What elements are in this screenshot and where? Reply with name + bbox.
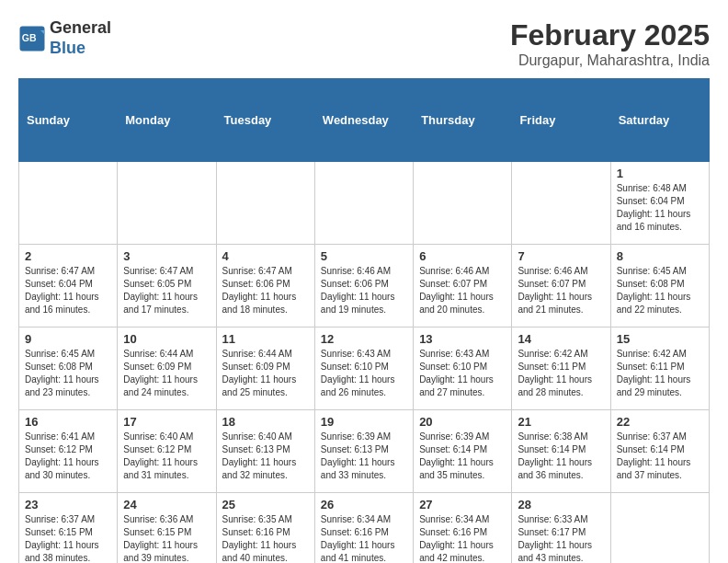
- weekday-header-tuesday: Tuesday: [216, 79, 314, 162]
- day-cell: 5Sunrise: 6:46 AM Sunset: 6:06 PM Daylig…: [314, 245, 413, 327]
- week-row-5: 23Sunrise: 6:37 AM Sunset: 6:15 PM Dayli…: [19, 493, 710, 564]
- day-number: 17: [123, 415, 210, 429]
- day-number: 22: [617, 415, 703, 429]
- day-number: 18: [222, 415, 309, 429]
- day-number: 16: [25, 415, 111, 429]
- day-cell: [216, 162, 314, 245]
- day-cell: 14Sunrise: 6:42 AM Sunset: 6:11 PM Dayli…: [512, 327, 610, 410]
- day-cell: 18Sunrise: 6:40 AM Sunset: 6:13 PM Dayli…: [216, 410, 314, 493]
- day-info: Sunrise: 6:44 AM Sunset: 6:09 PM Dayligh…: [123, 348, 210, 399]
- day-number: 7: [518, 249, 604, 263]
- day-number: 2: [25, 249, 111, 263]
- week-row-3: 9Sunrise: 6:45 AM Sunset: 6:08 PM Daylig…: [19, 327, 710, 410]
- weekday-header-thursday: Thursday: [414, 79, 512, 162]
- day-number: 9: [25, 332, 111, 346]
- day-number: 8: [617, 249, 703, 263]
- day-cell: 26Sunrise: 6:34 AM Sunset: 6:16 PM Dayli…: [314, 493, 413, 564]
- day-info: Sunrise: 6:44 AM Sunset: 6:09 PM Dayligh…: [222, 348, 309, 399]
- day-info: Sunrise: 6:46 AM Sunset: 6:07 PM Dayligh…: [419, 265, 506, 316]
- day-number: 28: [518, 498, 604, 511]
- day-number: 27: [419, 498, 506, 511]
- day-info: Sunrise: 6:40 AM Sunset: 6:13 PM Dayligh…: [222, 431, 309, 482]
- day-info: Sunrise: 6:46 AM Sunset: 6:06 PM Dayligh…: [321, 265, 407, 316]
- day-cell: [414, 162, 512, 245]
- day-number: 14: [518, 332, 604, 346]
- week-row-1: 1Sunrise: 6:48 AM Sunset: 6:04 PM Daylig…: [19, 162, 710, 245]
- day-info: Sunrise: 6:34 AM Sunset: 6:16 PM Dayligh…: [419, 513, 506, 563]
- day-cell: 11Sunrise: 6:44 AM Sunset: 6:09 PM Dayli…: [216, 327, 314, 410]
- day-info: Sunrise: 6:40 AM Sunset: 6:12 PM Dayligh…: [123, 431, 210, 482]
- day-cell: 24Sunrise: 6:36 AM Sunset: 6:15 PM Dayli…: [118, 493, 216, 564]
- page-header: GB General Blue February 2025 Durgapur, …: [18, 18, 710, 69]
- weekday-header-saturday: Saturday: [610, 79, 709, 162]
- weekday-header-monday: Monday: [118, 79, 216, 162]
- day-cell: 19Sunrise: 6:39 AM Sunset: 6:13 PM Dayli…: [314, 410, 413, 493]
- day-info: Sunrise: 6:43 AM Sunset: 6:10 PM Dayligh…: [419, 348, 506, 399]
- day-number: 21: [518, 415, 604, 429]
- day-info: Sunrise: 6:42 AM Sunset: 6:11 PM Dayligh…: [617, 348, 703, 399]
- day-cell: 15Sunrise: 6:42 AM Sunset: 6:11 PM Dayli…: [610, 327, 709, 410]
- day-info: Sunrise: 6:42 AM Sunset: 6:11 PM Dayligh…: [518, 348, 604, 399]
- day-cell: [118, 162, 216, 245]
- day-cell: [314, 162, 413, 245]
- day-info: Sunrise: 6:45 AM Sunset: 6:08 PM Dayligh…: [25, 348, 111, 399]
- weekday-header-row: SundayMondayTuesdayWednesdayThursdayFrid…: [19, 79, 710, 162]
- weekday-header-friday: Friday: [512, 79, 610, 162]
- day-cell: 16Sunrise: 6:41 AM Sunset: 6:12 PM Dayli…: [19, 410, 118, 493]
- day-number: 25: [222, 498, 309, 511]
- month-title: February 2025: [510, 18, 710, 52]
- week-row-4: 16Sunrise: 6:41 AM Sunset: 6:12 PM Dayli…: [19, 410, 710, 493]
- day-number: 12: [321, 332, 407, 346]
- day-info: Sunrise: 6:47 AM Sunset: 6:05 PM Dayligh…: [123, 265, 210, 316]
- day-info: Sunrise: 6:45 AM Sunset: 6:08 PM Dayligh…: [617, 265, 703, 316]
- day-number: 24: [123, 498, 210, 511]
- day-info: Sunrise: 6:38 AM Sunset: 6:14 PM Dayligh…: [518, 431, 604, 482]
- day-number: 3: [123, 249, 210, 263]
- day-number: 13: [419, 332, 506, 346]
- day-cell: 27Sunrise: 6:34 AM Sunset: 6:16 PM Dayli…: [414, 493, 512, 564]
- day-info: Sunrise: 6:35 AM Sunset: 6:16 PM Dayligh…: [222, 513, 309, 563]
- day-info: Sunrise: 6:43 AM Sunset: 6:10 PM Dayligh…: [321, 348, 407, 399]
- day-cell: 6Sunrise: 6:46 AM Sunset: 6:07 PM Daylig…: [414, 245, 512, 327]
- day-cell: 9Sunrise: 6:45 AM Sunset: 6:08 PM Daylig…: [19, 327, 118, 410]
- day-number: 1: [617, 167, 703, 180]
- day-cell: 28Sunrise: 6:33 AM Sunset: 6:17 PM Dayli…: [512, 493, 610, 564]
- day-info: Sunrise: 6:39 AM Sunset: 6:14 PM Dayligh…: [419, 431, 506, 482]
- day-cell: 13Sunrise: 6:43 AM Sunset: 6:10 PM Dayli…: [414, 327, 512, 410]
- day-cell: 21Sunrise: 6:38 AM Sunset: 6:14 PM Dayli…: [512, 410, 610, 493]
- day-number: 4: [222, 249, 309, 263]
- day-cell: [512, 162, 610, 245]
- day-number: 10: [123, 332, 210, 346]
- day-cell: 1Sunrise: 6:48 AM Sunset: 6:04 PM Daylig…: [610, 162, 709, 245]
- svg-text:GB: GB: [22, 32, 37, 43]
- day-cell: 10Sunrise: 6:44 AM Sunset: 6:09 PM Dayli…: [118, 327, 216, 410]
- day-cell: 20Sunrise: 6:39 AM Sunset: 6:14 PM Dayli…: [414, 410, 512, 493]
- day-cell: 12Sunrise: 6:43 AM Sunset: 6:10 PM Dayli…: [314, 327, 413, 410]
- day-cell: [610, 493, 709, 564]
- day-cell: 7Sunrise: 6:46 AM Sunset: 6:07 PM Daylig…: [512, 245, 610, 327]
- day-number: 20: [419, 415, 506, 429]
- weekday-header-wednesday: Wednesday: [314, 79, 413, 162]
- day-number: 15: [617, 332, 703, 346]
- day-info: Sunrise: 6:47 AM Sunset: 6:04 PM Dayligh…: [25, 265, 111, 316]
- logo-line1: General: [50, 18, 111, 39]
- day-info: Sunrise: 6:39 AM Sunset: 6:13 PM Dayligh…: [321, 431, 407, 482]
- logo-icon: GB: [18, 25, 46, 52]
- day-cell: 8Sunrise: 6:45 AM Sunset: 6:08 PM Daylig…: [610, 245, 709, 327]
- calendar-table: SundayMondayTuesdayWednesdayThursdayFrid…: [18, 78, 710, 563]
- day-cell: [19, 162, 118, 245]
- day-cell: 2Sunrise: 6:47 AM Sunset: 6:04 PM Daylig…: [19, 245, 118, 327]
- day-number: 23: [25, 498, 111, 511]
- day-info: Sunrise: 6:33 AM Sunset: 6:17 PM Dayligh…: [518, 513, 604, 563]
- day-cell: 25Sunrise: 6:35 AM Sunset: 6:16 PM Dayli…: [216, 493, 314, 564]
- day-info: Sunrise: 6:48 AM Sunset: 6:04 PM Dayligh…: [617, 182, 703, 234]
- day-info: Sunrise: 6:34 AM Sunset: 6:16 PM Dayligh…: [321, 513, 407, 563]
- weekday-header-sunday: Sunday: [19, 79, 118, 162]
- day-cell: 17Sunrise: 6:40 AM Sunset: 6:12 PM Dayli…: [118, 410, 216, 493]
- day-info: Sunrise: 6:47 AM Sunset: 6:06 PM Dayligh…: [222, 265, 309, 316]
- day-info: Sunrise: 6:41 AM Sunset: 6:12 PM Dayligh…: [25, 431, 111, 482]
- week-row-2: 2Sunrise: 6:47 AM Sunset: 6:04 PM Daylig…: [19, 245, 710, 327]
- day-number: 19: [321, 415, 407, 429]
- day-info: Sunrise: 6:37 AM Sunset: 6:15 PM Dayligh…: [25, 513, 111, 563]
- title-block: February 2025 Durgapur, Maharashtra, Ind…: [510, 18, 710, 69]
